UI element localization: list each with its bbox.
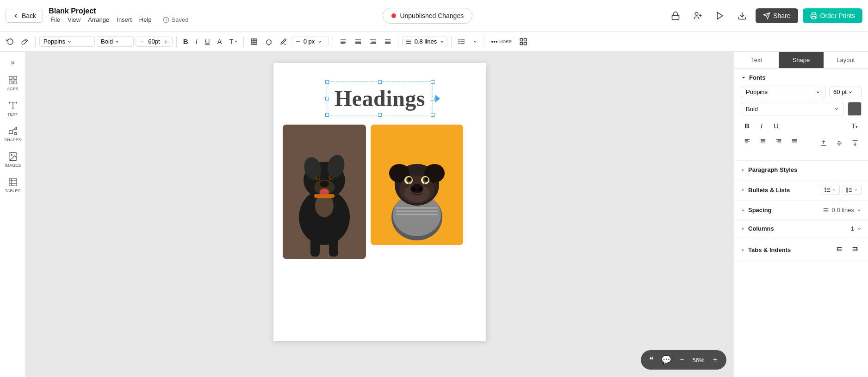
zoom-out-button[interactable]: − [677,355,687,365]
add-user-button[interactable] [689,7,707,25]
justify-button[interactable] [381,37,394,47]
handle-bot-left[interactable] [325,113,329,117]
stroke-size-control[interactable]: 0 px [292,37,329,46]
indent-decrease-btn[interactable] [833,244,846,256]
font-size-increase[interactable]: + [163,38,169,45]
zoom-toolbar: ❝ 💬 − 56% + [641,350,726,370]
menu-file[interactable]: File [50,15,60,24]
download-button[interactable] [733,7,751,25]
tabs-indents-section[interactable]: Tabs & Indents [734,238,868,262]
align-right-button[interactable] [366,37,379,47]
paragraph-styles-label: Paragraph Styles [741,166,797,173]
table-insert-button[interactable] [248,37,260,47]
dog-image-2[interactable] [371,125,463,245]
share-button[interactable]: Share [756,8,798,23]
sidebar-item-images[interactable]: IMAGES [2,148,24,171]
text-align-buttons [741,136,801,148]
panel-font-selector[interactable]: Poppins [741,86,825,98]
align-left-btn[interactable] [741,136,754,148]
text-options-button[interactable]: T▾ [227,36,240,47]
tab-shape[interactable]: Shape [779,52,823,68]
underline-fmt-button[interactable]: U [770,119,782,132]
columns-label: Columns [741,225,774,232]
paragraph-styles-section[interactable]: Paragraph Styles [734,161,868,179]
fonts-section-header[interactable]: Fonts [741,74,862,81]
layout-grid-button[interactable] [516,36,530,47]
order-prints-button[interactable]: Order Prints [803,8,862,23]
menu-insert[interactable]: Insert [117,15,132,24]
svg-point-125 [825,191,826,192]
align-left-button[interactable] [337,37,350,47]
text-style-button[interactable]: T▾ [848,119,862,132]
svg-rect-44 [524,42,526,44]
svg-point-124 [825,189,826,190]
play-button[interactable] [711,7,729,25]
svg-point-88 [412,188,415,191]
menu-view[interactable]: View [68,15,81,24]
spacing-section[interactable]: Spacing 0.8 lines [734,201,868,220]
valign-top-btn[interactable] [817,136,830,152]
dog-image-1[interactable] [283,125,366,259]
undo-button[interactable] [4,37,17,47]
lock-button[interactable] [667,7,684,25]
handle-bot-right[interactable] [431,113,434,117]
valign-middle-btn[interactable] [833,136,846,152]
sidebar-expand-button[interactable]: » [8,56,18,69]
tab-text[interactable]: Text [734,52,779,68]
paint-format-button[interactable] [19,37,31,47]
svg-marker-52 [13,127,16,130]
tab-layout[interactable]: Layout [824,52,868,68]
menu-arrange[interactable]: Arrange [88,15,109,24]
bullets-lists-section[interactable]: Bullets & Lists 1.2.3. [734,179,868,201]
underline-button[interactable]: U [202,36,213,47]
handle-top-right[interactable] [431,80,434,84]
unordered-list-button[interactable] [821,185,840,195]
bold-fmt-button[interactable]: B [741,119,753,132]
indent-increase-btn[interactable] [849,244,862,256]
font-color-swatch[interactable] [848,102,862,116]
panel-size-selector[interactable]: 60 pt [829,87,862,97]
line-height-control[interactable]: 0.8 lines [402,37,447,46]
zoom-in-button[interactable]: + [710,355,720,365]
bold-button[interactable]: B [180,36,191,47]
fill-color-button[interactable] [262,37,275,47]
handle-mid-right[interactable] [431,97,434,101]
svg-point-38 [459,39,459,40]
sidebar-item-text[interactable]: TEXT [2,97,24,120]
italic-button[interactable]: I [193,36,200,47]
valign-bottom-btn[interactable] [849,136,862,152]
unpublished-changes-button[interactable]: Unpublished Changes [383,8,472,24]
handle-top-mid[interactable] [378,80,382,84]
align-center-btn[interactable] [756,136,769,148]
handle-mid-left[interactable] [325,97,329,101]
ordered-list-button[interactable]: 1.2.3. [843,185,862,195]
sidebar-item-shapes[interactable]: SHAPES [2,122,24,146]
canvas-area[interactable]: Headings [26,52,734,377]
back-button[interactable]: Back [6,9,43,23]
font-family-selector[interactable]: Poppins [39,36,95,47]
sidebar-item-tables[interactable]: TABLES [2,173,24,197]
handle-top-left[interactable] [325,80,329,84]
stroke-color-button[interactable] [277,37,290,47]
sidebar-item-ages[interactable]: AGES [2,71,24,95]
columns-section[interactable]: Columns 1 [734,220,868,238]
heading-text-element[interactable]: Headings [327,82,433,115]
handle-bot-mid[interactable] [378,113,382,117]
font-weight-selector[interactable]: Bold [97,36,134,47]
font-size-control[interactable]: − 60pt + [136,37,173,47]
align-right-btn[interactable] [772,136,785,148]
text-color-button[interactable]: A [215,36,225,47]
justify-btn[interactable] [788,136,801,148]
list-unordered-button[interactable] [455,37,468,47]
svg-point-94 [408,178,411,181]
list-options-button[interactable] [470,38,480,45]
align-center-button[interactable] [352,37,365,47]
menu-help[interactable]: Help [139,15,152,24]
italic-fmt-button[interactable]: I [757,119,766,132]
fonts-section: Fonts Poppins 60 pt Bold [734,69,868,161]
more-button[interactable]: ••• MORE [488,37,515,47]
panel-weight-selector[interactable]: Bold [741,103,844,115]
font-size-decrease[interactable]: − [139,38,145,45]
comment-button[interactable]: 💬 [659,353,673,367]
quote-button[interactable]: ❝ [647,353,656,367]
